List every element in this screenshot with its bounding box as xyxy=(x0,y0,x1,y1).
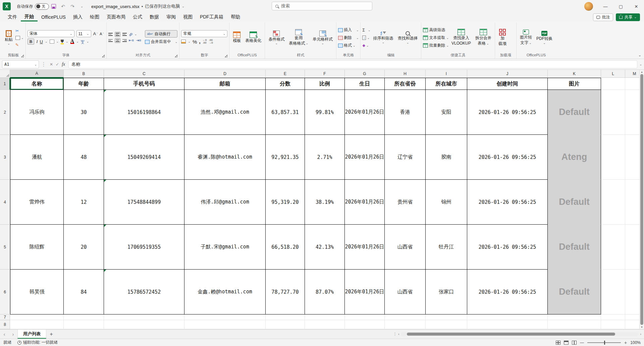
cell-g7[interactable] xyxy=(345,314,385,320)
row-header-6[interactable]: 6 xyxy=(0,270,10,314)
tab-insert[interactable]: 插入 xyxy=(69,13,86,21)
cell-h4[interactable]: 贵州省 xyxy=(385,180,426,225)
column-header-h[interactable]: H xyxy=(385,70,426,78)
cell-l5[interactable] xyxy=(601,225,625,270)
tab-view[interactable]: 视图 xyxy=(179,13,196,21)
cell-f7[interactable] xyxy=(305,314,345,320)
column-header-i[interactable]: I xyxy=(426,70,467,78)
phonetic-button[interactable]: wén文 xyxy=(81,40,85,44)
cell-c2[interactable]: 15016198864 xyxy=(104,90,184,135)
cell-l7[interactable] xyxy=(601,314,625,320)
cell-c5[interactable]: 17069519355 xyxy=(104,225,184,270)
column-header-f[interactable]: F xyxy=(305,70,345,78)
cell-a6[interactable]: 韩昊强 xyxy=(10,270,64,314)
cell-c6[interactable]: 15786572452 xyxy=(104,270,184,314)
cell-i2[interactable]: 安阳 xyxy=(426,90,467,135)
page-layout-view-icon[interactable] xyxy=(564,341,569,345)
cell-j1[interactable]: 创建时间 xyxy=(467,78,548,90)
tab-draw[interactable]: 绘图 xyxy=(86,13,103,21)
row-header-5[interactable]: 5 xyxy=(0,225,10,270)
fill-color-button[interactable]: ⛊ xyxy=(61,39,64,44)
cell-d8[interactable] xyxy=(184,320,266,329)
cell-b4[interactable]: 12 xyxy=(64,180,104,225)
tab-page-layout[interactable]: 页面布局 xyxy=(103,13,129,21)
format-as-table-button[interactable]: 套用表格格式⌄ xyxy=(287,28,310,47)
close-button[interactable]: ✕ xyxy=(629,0,644,13)
orientation-icon[interactable]: ab xyxy=(128,32,133,37)
cell-image-5[interactable]: Default xyxy=(548,270,601,314)
horizontal-scrollbar[interactable]: ⋮ ‹ › xyxy=(393,331,641,337)
column-header-c[interactable]: C xyxy=(104,70,184,78)
next-sheet-icon[interactable]: › xyxy=(9,330,17,339)
expand-formula-bar-icon[interactable]: ⌄ xyxy=(639,63,642,65)
zoom-slider[interactable] xyxy=(587,342,621,343)
font-color-button[interactable]: A xyxy=(70,39,74,44)
clear-button[interactable]: ◆⌄ xyxy=(362,43,370,48)
cell-e8[interactable] xyxy=(266,320,305,329)
horizontal-scrollbar-track[interactable] xyxy=(401,332,639,336)
cell-f3[interactable]: 2.71% xyxy=(305,135,345,180)
share-button[interactable]: 共享⌄ xyxy=(616,13,640,21)
scroll-left-icon[interactable]: ‹ xyxy=(398,332,399,336)
zoom-slider-thumb[interactable] xyxy=(604,341,605,345)
cell-b3[interactable]: 48 xyxy=(64,135,104,180)
increase-indent-icon[interactable]: ⇥≡ xyxy=(136,38,141,43)
clipboard-dialog-launcher-icon[interactable] xyxy=(21,55,24,57)
cell-e6[interactable]: 78,727.70 xyxy=(266,270,305,314)
cell-c3[interactable]: 15049269414 xyxy=(104,135,184,180)
cancel-icon[interactable]: ✕ xyxy=(50,62,53,67)
cell-l6[interactable] xyxy=(601,270,625,314)
cell-e2[interactable]: 63,857.31 xyxy=(266,90,305,135)
column-header-d[interactable]: D xyxy=(184,70,266,78)
dots-handle-icon[interactable]: ⋮ xyxy=(393,332,397,336)
cell-b2[interactable]: 30 xyxy=(64,90,104,135)
cell-b5[interactable]: 20 xyxy=(64,225,104,270)
cell-b7[interactable] xyxy=(64,314,104,320)
cell-f6[interactable]: 87.07% xyxy=(305,270,345,314)
minimize-button[interactable]: — xyxy=(598,0,613,13)
decrease-font-button[interactable]: Aˇ xyxy=(100,32,104,36)
pdf-convert-button[interactable]: PDFPDF转换⌄ xyxy=(535,30,554,45)
cell-a7[interactable] xyxy=(10,314,64,320)
bold-button[interactable]: B xyxy=(28,39,35,45)
italic-button[interactable]: I xyxy=(36,39,38,44)
row-header-2[interactable]: 2 xyxy=(0,90,10,135)
collapse-ribbon-icon[interactable]: ⌄ xyxy=(638,53,641,57)
horizontal-scrollbar-thumb[interactable] xyxy=(407,333,615,336)
tab-help[interactable]: 帮助 xyxy=(227,13,244,21)
cell-j4[interactable]: 2026-01-26 09:56:25 xyxy=(467,180,548,225)
fill-button[interactable]: ↓⌄ xyxy=(362,35,370,41)
cell-e7[interactable] xyxy=(266,314,305,320)
alignment-dialog-launcher-icon[interactable] xyxy=(175,55,177,57)
cell-c8[interactable] xyxy=(104,320,184,329)
autosave-toggle[interactable]: 关 xyxy=(35,3,49,10)
accessibility-status[interactable]: 辅助功能: 一切就绪 xyxy=(17,340,58,345)
cell-j5[interactable]: 2026-01-26 09:56:25 xyxy=(467,225,548,270)
prev-sheet-icon[interactable]: ‹ xyxy=(0,330,9,339)
customize-toolbar-button[interactable]: ⌄ xyxy=(77,2,86,11)
row-header-3[interactable]: 3 xyxy=(0,135,10,180)
cell-e5[interactable]: 66,518.20 xyxy=(266,225,305,270)
batch-delete-button[interactable]: 批量删除⌄ xyxy=(423,43,449,48)
select-all-corner[interactable] xyxy=(0,70,10,78)
cell-e3[interactable]: 92,921.35 xyxy=(266,135,305,180)
cell-j8[interactable] xyxy=(467,320,548,329)
cell-i8[interactable] xyxy=(426,320,467,329)
copy-button[interactable]: ⌄ xyxy=(15,35,24,41)
cell-k7[interactable] xyxy=(548,314,601,320)
align-left-icon[interactable] xyxy=(108,39,113,42)
cell-l1[interactable] xyxy=(601,78,625,90)
cell-h8[interactable] xyxy=(385,320,426,329)
cell-i7[interactable] xyxy=(426,314,467,320)
cell-g1[interactable]: 生日 xyxy=(345,78,385,90)
cut-button[interactable]: ✂ xyxy=(15,28,24,34)
cell-styles-button[interactable]: 单元格样式⌄ xyxy=(311,30,334,45)
merge-center-button[interactable]: 合并后居中 ⌄ xyxy=(145,39,178,45)
conditional-format-button[interactable]: 条件格式⌄ xyxy=(267,30,286,45)
decrease-decimal-button[interactable]: .00→0 xyxy=(209,39,213,44)
cell-e1[interactable]: 分数 xyxy=(266,78,305,90)
redo-button[interactable]: ↷ xyxy=(68,2,77,11)
save-button[interactable] xyxy=(49,2,58,11)
scroll-right-icon[interactable]: › xyxy=(640,332,641,336)
tab-officeplus[interactable]: OfficePLUS xyxy=(38,13,69,21)
